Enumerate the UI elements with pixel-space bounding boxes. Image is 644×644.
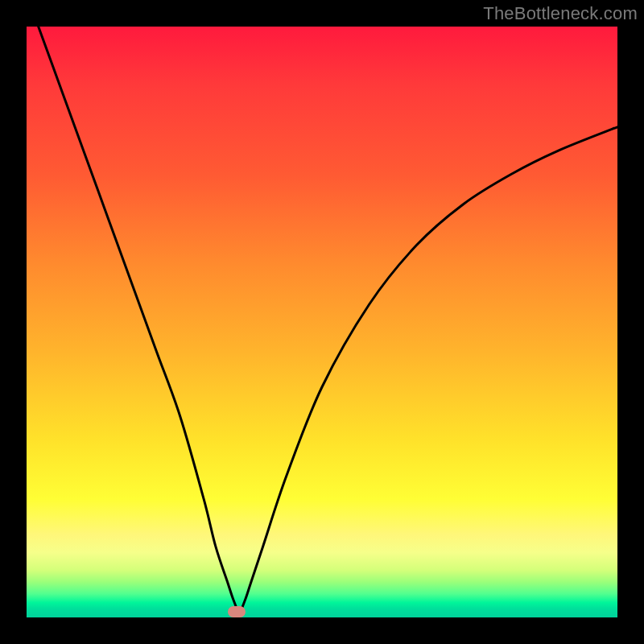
plot-area <box>27 27 617 617</box>
optimum-marker <box>228 606 246 617</box>
curve-svg <box>27 27 617 617</box>
chart-frame: TheBottleneck.com <box>0 0 644 644</box>
watermark-text: TheBottleneck.com <box>483 3 638 24</box>
bottleneck-curve <box>39 27 617 612</box>
